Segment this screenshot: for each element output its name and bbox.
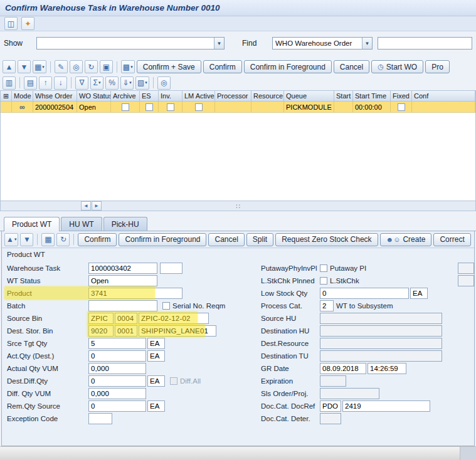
splitter-grip-icon[interactable]: ∷	[236, 201, 240, 211]
batch-field[interactable]	[88, 300, 157, 311]
lstkchk-plnned-checkbox[interactable]	[320, 277, 327, 285]
detail-cancel-button[interactable]: Cancel	[208, 233, 244, 246]
chevron-down-icon[interactable]: ▼	[362, 38, 372, 49]
lm-active-checkbox[interactable]	[195, 103, 203, 111]
edit-icon[interactable]: ✎	[55, 60, 68, 73]
fixed-checkbox[interactable]	[398, 103, 405, 111]
column-header-mode[interactable]: Mode	[12, 90, 33, 102]
column-header-whse-order[interactable]: Whse Order	[33, 90, 77, 102]
tab-product-wt[interactable]: Product WT	[4, 217, 60, 231]
dest-diff-qty-field[interactable]	[88, 375, 146, 387]
detail-confirm-foreground-button[interactable]: Confirm in Foreground	[119, 233, 206, 246]
source-hu-field[interactable]	[320, 313, 442, 324]
process-button-cut[interactable]: Pro	[425, 60, 450, 73]
print-icon[interactable]: ▤	[24, 76, 37, 90]
sls-order-field[interactable]	[320, 388, 379, 399]
views-icon[interactable]: ▧▾	[135, 76, 149, 90]
dest-resource-field[interactable]	[320, 338, 442, 349]
sort-descending-icon[interactable]: ↓	[54, 76, 67, 90]
lm-active-cell[interactable]	[182, 102, 215, 113]
correct-button-cut[interactable]: Correct	[433, 233, 470, 246]
serial-no-reqm-checkbox[interactable]	[162, 302, 170, 310]
filter-icon[interactable]: ∇	[75, 76, 88, 90]
doc-cat-deter-field[interactable]	[320, 413, 341, 424]
column-header-inv[interactable]: Inv.	[159, 90, 182, 102]
scroll-left-icon[interactable]: ◄	[81, 201, 91, 211]
resource-cell[interactable]	[251, 102, 284, 113]
es-cell[interactable]	[140, 102, 159, 113]
export-icon[interactable]: ⇓▾	[120, 76, 134, 90]
srce-tgt-qty-field[interactable]	[88, 338, 146, 349]
dest-diff-qty-unit-field[interactable]	[147, 375, 165, 387]
confirm-foreground-button[interactable]: Confirm in Foreground	[244, 60, 332, 73]
table-view-icon[interactable]: ▦	[41, 233, 55, 246]
column-header-resource[interactable]: Resource	[251, 90, 284, 102]
diff-qty-vum-field[interactable]	[88, 388, 146, 399]
split-button[interactable]: Split	[246, 233, 273, 246]
column-header-processor[interactable]: Processor	[215, 90, 251, 102]
dest-bin-section-field[interactable]	[115, 325, 137, 337]
archive-cell[interactable]	[111, 102, 140, 113]
dest-bin-type-field[interactable]	[88, 325, 114, 337]
fixed-cell[interactable]	[391, 102, 412, 113]
dest-bin-field[interactable]	[139, 325, 216, 337]
column-header-queue[interactable]: Queue	[284, 90, 334, 102]
column-header-archive[interactable]: Archive	[111, 90, 140, 102]
es-checkbox[interactable]	[145, 103, 153, 111]
low-stock-qty-field[interactable]	[320, 288, 409, 299]
move-down-icon[interactable]: ▼	[20, 233, 33, 246]
act-qty-dest-field[interactable]	[88, 350, 146, 362]
details-icon[interactable]: ◎	[70, 60, 83, 73]
layout-icon[interactable]: ▩▾	[121, 60, 135, 73]
warehouse-task-field[interactable]	[88, 263, 157, 274]
queue-cell[interactable]: PICKMODULE	[284, 102, 334, 113]
product-field[interactable]	[88, 288, 182, 299]
column-header-wo-status[interactable]: WO Status	[77, 90, 111, 102]
putaway-phyinvpl-checkbox[interactable]	[320, 264, 327, 272]
docref-field[interactable]	[342, 400, 430, 412]
refresh-icon[interactable]: ↻	[56, 233, 70, 246]
sum-icon[interactable]: Σ▾	[90, 76, 103, 90]
low-stock-qty-unit-field[interactable]	[410, 288, 428, 299]
conf-cell[interactable]	[412, 102, 475, 113]
wo-status-cell[interactable]: Open	[77, 102, 111, 113]
inv-checkbox[interactable]	[167, 103, 174, 111]
source-bin-type-field[interactable]	[88, 313, 114, 324]
column-header-start-time[interactable]: Start Time	[353, 90, 391, 102]
find-secondary-field[interactable]	[378, 37, 472, 50]
cancel-button[interactable]: Cancel	[334, 60, 369, 73]
start-time-cell[interactable]: 00:00:00	[353, 102, 391, 113]
subtotal-icon[interactable]: %	[105, 76, 119, 90]
act-qty-dest-unit-field[interactable]	[147, 350, 165, 362]
destination-hu-field[interactable]	[320, 325, 442, 337]
inv-cell[interactable]	[159, 102, 182, 113]
move-up-icon[interactable]: ▲▾	[4, 233, 18, 246]
gr-time-field[interactable]	[368, 363, 406, 374]
table-view-icon[interactable]: ▦▾	[33, 60, 46, 73]
create-button[interactable]: ☻☺Create	[380, 233, 432, 246]
start-wo-button[interactable]: ◷Start WO	[371, 60, 423, 73]
doc-cat-field[interactable]	[320, 400, 341, 412]
whse-order-cell[interactable]: 2000002504	[33, 102, 77, 113]
rem-qty-source-field[interactable]	[88, 400, 146, 412]
rem-qty-source-unit-field[interactable]	[147, 400, 165, 412]
find-dropdown[interactable]: WHO Warehouse Order ▼	[272, 37, 373, 50]
column-header-es[interactable]: ES	[140, 90, 159, 102]
request-zero-stock-check-button[interactable]: Request Zero Stock Check	[275, 233, 378, 246]
column-header-start[interactable]: Start	[334, 90, 353, 102]
tab-pick-hu[interactable]: Pick-HU	[103, 217, 147, 231]
tab-hu-wt[interactable]: HU WT	[61, 217, 102, 231]
scroll-right-icon[interactable]: ►	[92, 201, 102, 211]
detail-confirm-button[interactable]: Confirm	[78, 233, 117, 246]
actual-qty-vum-field[interactable]	[88, 363, 146, 374]
move-up-icon[interactable]: ▲	[3, 60, 16, 73]
column-header-fixed[interactable]: Fixed	[391, 90, 412, 102]
processor-cell[interactable]	[215, 102, 251, 113]
create-shortcut-icon[interactable]: ✦	[21, 17, 34, 30]
new-session-icon[interactable]: ◫	[4, 17, 18, 30]
column-header-lm-active[interactable]: LM Active	[182, 90, 215, 102]
expiration-field[interactable]	[320, 375, 346, 387]
save-icon[interactable]: ▣	[100, 60, 113, 73]
move-down-icon[interactable]: ▼	[18, 60, 31, 73]
exception-code-field[interactable]	[88, 413, 112, 424]
